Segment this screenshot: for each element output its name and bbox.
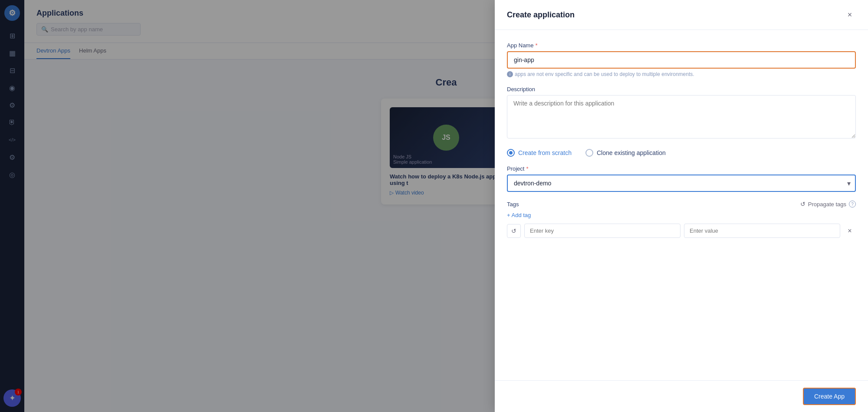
project-required: * xyxy=(526,165,528,172)
add-tag-button[interactable]: + Add tag xyxy=(507,212,856,218)
info-icon: i xyxy=(507,71,513,77)
radio-clone-existing[interactable] xyxy=(585,149,593,157)
description-group: Description xyxy=(507,86,856,140)
app-name-group: App Name * i apps are not env specific a… xyxy=(507,42,856,77)
propagate-help-icon[interactable]: ? xyxy=(849,201,856,208)
tag-remove-button[interactable]: × xyxy=(844,225,856,237)
tag-key-input[interactable] xyxy=(524,224,681,238)
create-application-modal: Create application × App Name * i apps a… xyxy=(495,0,868,412)
tag-reset-button[interactable]: ↺ xyxy=(507,224,521,238)
close-modal-button[interactable]: × xyxy=(844,9,856,21)
create-from-scratch-label: Create from scratch xyxy=(518,149,572,156)
tags-label: Tags xyxy=(507,201,519,208)
modal-body: App Name * i apps are not env specific a… xyxy=(495,30,868,380)
app-name-input[interactable] xyxy=(507,51,856,69)
app-name-label: App Name * xyxy=(507,42,856,49)
create-app-button[interactable]: Create App xyxy=(803,388,856,405)
app-name-hint: i apps are not env specific and can be u… xyxy=(507,71,856,77)
required-indicator: * xyxy=(535,42,537,49)
project-label: Project * xyxy=(507,165,856,172)
description-label: Description xyxy=(507,86,856,92)
reset-icon: ↺ xyxy=(511,227,516,234)
creation-mode-group: Create from scratch Clone existing appli… xyxy=(507,149,856,157)
refresh-icon: ↺ xyxy=(800,201,806,208)
clone-existing-label: Clone existing application xyxy=(597,149,666,156)
modal-title: Create application xyxy=(507,10,575,20)
project-select[interactable]: devtron-demo default test xyxy=(507,175,856,192)
create-from-scratch-option[interactable]: Create from scratch xyxy=(507,149,572,157)
project-group: Project * devtron-demo default test ▾ xyxy=(507,165,856,192)
description-textarea[interactable] xyxy=(507,95,856,138)
project-select-wrapper: devtron-demo default test ▾ xyxy=(507,175,856,192)
radio-create-scratch[interactable] xyxy=(507,149,515,157)
tags-header: Tags ↺ Propagate tags ? xyxy=(507,201,856,208)
modal-footer: Create App xyxy=(495,380,868,412)
propagate-tags-control[interactable]: ↺ Propagate tags ? xyxy=(800,201,856,208)
clone-existing-option[interactable]: Clone existing application xyxy=(585,149,666,157)
modal-header: Create application × xyxy=(495,0,868,30)
tags-group: Tags ↺ Propagate tags ? + Add tag ↺ xyxy=(507,201,856,238)
tag-row-1: ↺ × xyxy=(507,224,856,238)
tag-value-input[interactable] xyxy=(684,224,840,238)
